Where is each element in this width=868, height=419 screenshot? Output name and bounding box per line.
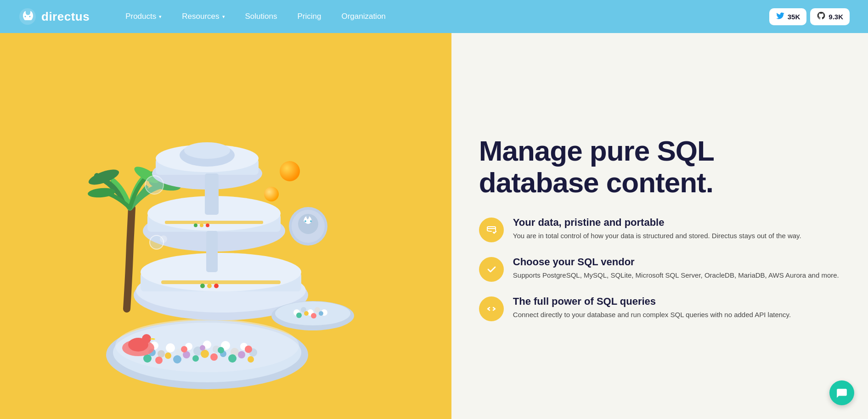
- svg-point-48: [200, 284, 205, 288]
- svg-rect-86: [487, 227, 496, 229]
- feature-item-sql-vendor: Choose your SQL vendor Supports PostgreS…: [479, 256, 840, 282]
- hero-content: Manage pure SQL database content. Your d…: [451, 33, 868, 419]
- svg-point-29: [201, 350, 209, 358]
- code-icon: [486, 303, 497, 314]
- svg-point-69: [310, 220, 312, 222]
- feature-title-data-portable: Your data, pristine and portable: [513, 217, 801, 229]
- svg-point-56: [200, 223, 203, 227]
- hero-title: Manage pure SQL database content.: [479, 135, 840, 198]
- svg-point-30: [210, 353, 218, 361]
- check-icon: [486, 264, 497, 275]
- github-count: 9.3K: [829, 13, 843, 21]
- nav-pricing[interactable]: Pricing: [289, 8, 329, 25]
- github-button[interactable]: 9.3K: [810, 8, 850, 25]
- svg-point-26: [173, 355, 181, 363]
- svg-point-37: [200, 345, 205, 351]
- svg-point-12: [158, 350, 165, 358]
- svg-point-39: [245, 346, 252, 353]
- svg-point-50: [214, 284, 219, 288]
- svg-point-55: [194, 223, 197, 227]
- svg-point-28: [192, 355, 199, 362]
- feature-list: Your data, pristine and portable You are…: [479, 217, 840, 321]
- feature-icon-sql-queries: [479, 296, 504, 321]
- chevron-down-icon: ▾: [159, 14, 162, 20]
- chevron-down-icon: ▾: [222, 14, 225, 20]
- nav-organization[interactable]: Organization: [333, 8, 394, 25]
- nav-products[interactable]: Products ▾: [117, 8, 170, 25]
- twitter-button[interactable]: 35K: [769, 8, 807, 25]
- svg-point-80: [319, 311, 323, 316]
- svg-point-49: [207, 284, 212, 288]
- feature-title-sql-vendor: Choose your SQL vendor: [513, 256, 839, 268]
- twitter-count: 35K: [788, 13, 800, 21]
- svg-point-84: [160, 235, 167, 243]
- svg-point-24: [155, 357, 163, 364]
- feature-desc-data-portable: You are in total control of how your dat…: [513, 231, 801, 241]
- svg-point-33: [238, 351, 245, 358]
- github-icon: [817, 11, 826, 22]
- nav-links: Products ▾ Resources ▾ Solutions Pricing…: [117, 8, 769, 25]
- svg-point-75: [315, 307, 320, 313]
- svg-rect-47: [161, 280, 281, 284]
- svg-point-32: [228, 354, 237, 363]
- feature-title-sql-queries: The full power of SQL queries: [513, 296, 791, 307]
- feature-text-data-portable: Your data, pristine and portable You are…: [513, 217, 801, 241]
- svg-point-82: [264, 187, 279, 201]
- feature-item-sql-queries: The full power of SQL queries Connect di…: [479, 296, 840, 321]
- feature-text-sql-vendor: Choose your SQL vendor Supports PostgreS…: [513, 256, 839, 281]
- nav-resources[interactable]: Resources ▾: [174, 8, 233, 25]
- svg-point-81: [280, 161, 300, 181]
- logo-link[interactable]: directus: [18, 7, 90, 26]
- svg-point-78: [304, 311, 309, 316]
- svg-point-2: [29, 16, 31, 17]
- svg-point-25: [165, 352, 171, 359]
- svg-point-79: [311, 313, 316, 318]
- svg-rect-64: [206, 231, 218, 272]
- svg-point-46: [141, 253, 301, 291]
- navbar: directus Products ▾ Resources ▾ Solution…: [0, 0, 868, 33]
- svg-point-68: [304, 220, 306, 222]
- svg-point-36: [181, 346, 187, 352]
- chat-button[interactable]: [829, 380, 854, 405]
- main-content: Manage pure SQL database content. Your d…: [0, 33, 868, 419]
- feature-icon-data-portable: [479, 218, 504, 242]
- svg-point-1: [25, 16, 26, 17]
- svg-point-38: [218, 347, 224, 353]
- nav-solutions[interactable]: Solutions: [237, 8, 286, 25]
- chat-icon: [836, 387, 848, 399]
- brand-name: directus: [41, 10, 90, 24]
- feature-item-data-portable: Your data, pristine and portable You are…: [479, 217, 840, 242]
- svg-rect-54: [165, 221, 263, 224]
- hero-illustration: [0, 33, 451, 419]
- twitter-icon: [776, 11, 785, 22]
- feature-icon-sql-vendor: [479, 257, 504, 282]
- svg-point-13: [166, 343, 175, 352]
- svg-point-77: [296, 313, 302, 318]
- hero-svg-illustration: [88, 52, 363, 401]
- database-import-icon: [486, 224, 497, 235]
- svg-rect-63: [205, 173, 219, 215]
- svg-point-57: [206, 223, 209, 227]
- feature-desc-sql-queries: Connect directly to your database and ru…: [513, 310, 791, 320]
- feature-desc-sql-vendor: Supports PostgreSQL, MySQL, SQLite, Micr…: [513, 270, 839, 281]
- svg-point-34: [248, 356, 254, 363]
- hero-image-area: [0, 33, 451, 419]
- directus-logo-icon: [18, 7, 37, 26]
- nav-social: 35K 9.3K: [769, 8, 850, 25]
- svg-point-62: [184, 142, 230, 159]
- feature-text-sql-queries: The full power of SQL queries Connect di…: [513, 296, 791, 320]
- svg-point-85: [145, 176, 163, 194]
